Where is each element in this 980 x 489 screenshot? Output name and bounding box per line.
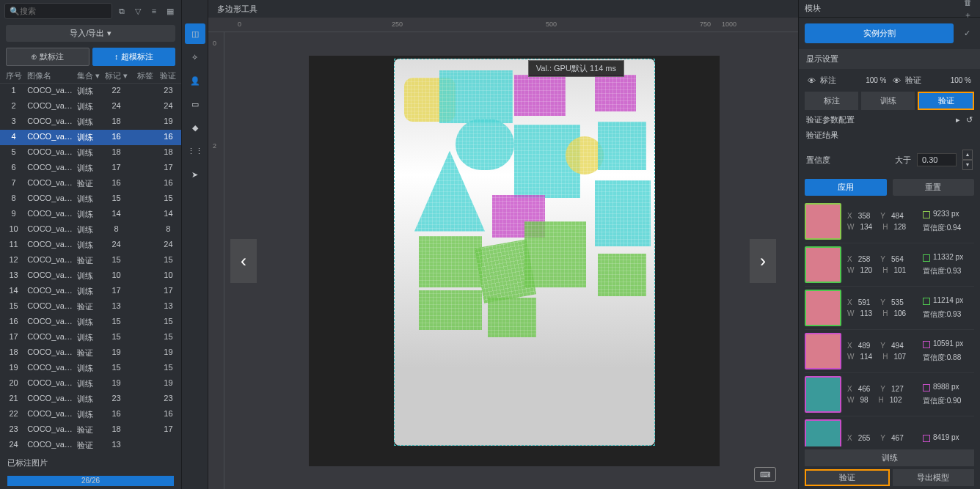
result-item[interactable]: X466 Y127W98 H1028988 px置信度:0.90 <box>805 373 974 416</box>
display-settings-header: 显示设置 <box>799 49 980 69</box>
module-header: 模块 🗑 ＋ <box>799 0 980 18</box>
apply-button[interactable]: 应用 <box>805 179 887 196</box>
table-body: 1COCO_va…训练22232COCO_va…训练24243COCO_va…训… <box>0 84 181 453</box>
mode-tab-annot[interactable]: 标注 <box>805 92 858 110</box>
right-panel: 模块 🗑 ＋ 实例分割 ✓ 显示设置 👁 标注 100 % 👁 验证 100 % <box>798 0 980 489</box>
confidence-label: 置信度 <box>806 155 830 166</box>
pointer-tool-icon[interactable]: ➤ <box>185 164 205 185</box>
table-row[interactable]: 8COCO_va…训练1515 <box>0 191 181 207</box>
ruler-tool-icon[interactable]: ⋮⋮ <box>185 141 205 161</box>
bucket-tool-icon[interactable]: ◆ <box>185 117 205 138</box>
history-icon[interactable]: ↺ <box>966 115 973 125</box>
left-panel: 🔍 ⧉ ▽ ≡ ▦ 导入/导出 ▾ ⊕ 默标注 ↕ 超模标注 序号 图像名 集合… <box>0 0 182 489</box>
result-thumb <box>805 333 841 369</box>
col-name: 图像名 <box>24 70 74 81</box>
funnel-icon[interactable]: ▽ <box>131 4 145 18</box>
col-set[interactable]: 集合 ▾ <box>74 70 100 81</box>
verify-button[interactable]: 验证 <box>805 469 890 486</box>
table-row[interactable]: 14COCO_va…训练1717 <box>0 284 181 299</box>
table-row[interactable]: 16COCO_va…训练1515 <box>0 315 181 330</box>
verify-config-row[interactable]: 验证参数配置 ▸↺ <box>799 110 980 130</box>
table-row[interactable]: 15COCO_va…验证1313 <box>0 299 181 315</box>
table-row[interactable]: 22COCO_va…训练1616 <box>0 407 181 422</box>
image-frame[interactable]: Val.: GPU默认 114 ms <box>309 56 720 466</box>
grid-icon[interactable]: ▦ <box>164 4 177 18</box>
mode-tab-verify[interactable]: 验证 <box>918 92 974 110</box>
instance-seg-button[interactable]: 实例分割 <box>805 23 954 43</box>
vis-label-annot: 标注 <box>820 75 836 86</box>
export-model-button[interactable]: 导出模型 <box>893 469 975 486</box>
search-input[interactable] <box>20 7 107 15</box>
table-row[interactable]: 9COCO_va…训练1414 <box>0 207 181 222</box>
table-row[interactable]: 5COCO_va…训练1818 <box>0 145 181 161</box>
keyboard-icon[interactable]: ⌨ <box>754 467 776 482</box>
wand-tool-icon[interactable]: ✧ <box>185 47 205 67</box>
table-row[interactable]: 12COCO_va…验证1515 <box>0 253 181 268</box>
mode-tab-train[interactable]: 训练 <box>861 92 915 110</box>
table-row[interactable]: 7COCO_va…验证1616 <box>0 176 181 191</box>
vis-label-verify: 验证 <box>905 75 921 86</box>
col-tag: 标签 <box>133 70 158 81</box>
results-list: X358 Y484W134 H1289233 px置信度:0.94X258 Y5… <box>799 200 980 446</box>
result-thumb <box>805 203 841 240</box>
table-row[interactable]: 6COCO_va…训练1717 <box>0 161 181 176</box>
table-row[interactable]: 3COCO_va…训练1819 <box>0 114 181 130</box>
chevron-right-icon[interactable]: ▸ <box>956 115 960 125</box>
person-tool-icon[interactable]: 👤 <box>185 70 205 91</box>
trash-icon[interactable]: 🗑 <box>961 0 974 9</box>
confirm-icon[interactable]: ✓ <box>959 29 974 38</box>
next-image-button[interactable]: › <box>750 239 776 283</box>
reset-button[interactable]: 重置 <box>893 179 975 196</box>
result-item[interactable]: X265 Y4678419 px <box>805 416 974 446</box>
result-item[interactable]: X358 Y484W134 H1289233 px置信度:0.94 <box>805 200 974 243</box>
col-index: 序号 <box>3 70 24 81</box>
table-row[interactable]: 23COCO_va…验证1817 <box>0 422 181 438</box>
canvas-panel: 多边形工具 02505007501000 02 ‹ › <box>208 0 798 489</box>
tool-strip: ◫ ✧ 👤 ▭ ◆ ⋮⋮ ➤ <box>182 0 208 489</box>
list-icon[interactable]: ≡ <box>147 4 161 18</box>
table-row[interactable]: 11COCO_va…训练2424 <box>0 238 181 253</box>
table-row[interactable]: 1COCO_va…训练2223 <box>0 84 181 99</box>
eye-icon[interactable]: 👁 <box>808 76 816 85</box>
col-label[interactable]: 标记 ▾ <box>100 70 133 81</box>
tab-super-label[interactable]: ↕ 超模标注 <box>92 48 176 66</box>
spinner-up-icon[interactable]: ▴ <box>962 150 973 160</box>
result-item[interactable]: X258 Y564W120 H10111332 px置信度:0.93 <box>805 243 974 287</box>
verify-config-label: 验证参数配置 <box>806 114 855 125</box>
result-item[interactable]: X489 Y494W114 H10710591 px置信度:0.88 <box>805 330 974 373</box>
result-thumb <box>805 290 841 326</box>
tool-title: 多边形工具 <box>208 0 798 18</box>
progress-bar-wrap: 26/26 <box>0 473 181 489</box>
prev-image-button[interactable]: ‹ <box>230 239 257 283</box>
result-item[interactable]: X591 Y535W113 H10611214 px置信度:0.93 <box>805 287 974 330</box>
table-row[interactable]: 19COCO_va…训练1515 <box>0 361 181 376</box>
spinner-down-icon[interactable]: ▾ <box>962 160 973 170</box>
table-row[interactable]: 18COCO_va…验证1919 <box>0 345 181 361</box>
table-header: 序号 图像名 集合 ▾ 标记 ▾ 标签 验证 <box>0 69 181 84</box>
vis-pct-verify: 100 % <box>951 76 971 84</box>
train-button[interactable]: 训练 <box>805 449 974 466</box>
result-thumb <box>805 376 841 413</box>
polygon-tool-icon[interactable]: ◫ <box>185 23 205 44</box>
module-title: 模块 <box>805 3 821 14</box>
table-row[interactable]: 2COCO_va…训练2424 <box>0 99 181 114</box>
filter-icon[interactable]: ⧉ <box>115 4 128 18</box>
gt-label: 大于 <box>895 155 911 166</box>
table-row[interactable]: 10COCO_va…训练88 <box>0 222 181 238</box>
confidence-input[interactable]: 0.30 <box>917 153 957 166</box>
table-row[interactable]: 13COCO_va…训练1010 <box>0 268 181 284</box>
table-row[interactable]: 4COCO_va…训练1616 <box>0 130 181 145</box>
canvas-area[interactable]: ‹ › <box>208 32 798 489</box>
search-input-wrap[interactable]: 🔍 <box>4 3 112 19</box>
table-row[interactable]: 17COCO_va…训练1515 <box>0 330 181 345</box>
import-export-button[interactable]: 导入/导出 ▾ <box>6 25 175 42</box>
result-header: 验证结果 <box>806 130 838 141</box>
eye-icon[interactable]: 👁 <box>893 76 901 85</box>
search-icon: 🔍 <box>10 7 20 16</box>
progress-bar: 26/26 <box>7 476 174 486</box>
table-row[interactable]: 20COCO_va…训练1919 <box>0 376 181 391</box>
tab-default-label[interactable]: ⊕ 默标注 <box>6 48 89 66</box>
table-row[interactable]: 24COCO_va…验证13 <box>0 438 181 453</box>
table-row[interactable]: 21COCO_va…训练2323 <box>0 391 181 407</box>
select-tool-icon[interactable]: ▭ <box>185 94 205 114</box>
